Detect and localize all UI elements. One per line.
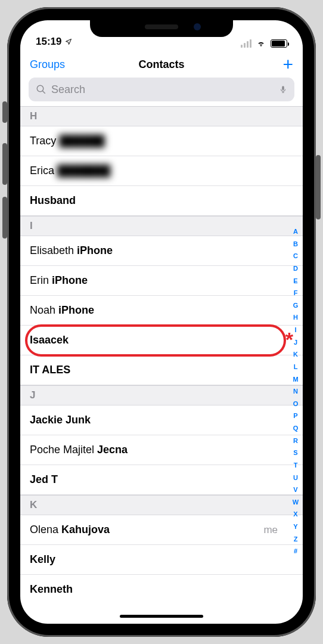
notch: [90, 17, 233, 37]
silence-switch: [2, 101, 7, 123]
contact-row[interactable]: Poche Majitel Jecna: [20, 435, 303, 465]
contact-last-redacted: ███████: [57, 165, 110, 177]
groups-button[interactable]: Groups: [30, 58, 76, 71]
svg-line-1: [42, 91, 45, 94]
index-letter[interactable]: R: [293, 437, 298, 445]
section-header-j: J: [20, 385, 303, 405]
svg-point-0: [37, 85, 44, 92]
volume-up-button: [2, 143, 7, 185]
index-letter[interactable]: S: [293, 449, 297, 457]
index-letter[interactable]: N: [293, 388, 298, 396]
contact-last: iPhone: [58, 304, 94, 316]
index-letter[interactable]: C: [293, 252, 298, 261]
location-arrow-icon: [65, 38, 72, 45]
index-letter[interactable]: Z: [294, 535, 298, 544]
index-letter[interactable]: P: [293, 412, 297, 420]
index-letter[interactable]: A: [293, 228, 298, 236]
search-icon: [36, 84, 46, 95]
device-outer: 15:19 Groups Contacts + Searc: [0, 0, 323, 644]
index-letter[interactable]: G: [293, 302, 299, 310]
page-title: Contacts: [76, 58, 247, 71]
wifi-icon: [256, 39, 266, 48]
contact-row[interactable]: Jed T: [20, 465, 303, 495]
alphabet-index-bar[interactable]: ABCDEFGHIJKLMNOPQRSTUVWXYZ#: [290, 225, 302, 558]
contact-name: Kelly: [30, 553, 55, 565]
battery-icon: [271, 39, 287, 48]
contact-name: Jed T: [30, 473, 58, 485]
section-header-k: K: [20, 495, 303, 515]
contact-first: Poche Majitel: [30, 444, 94, 456]
index-letter[interactable]: K: [293, 351, 298, 359]
status-time: 15:19: [36, 36, 61, 48]
index-letter[interactable]: #: [294, 547, 297, 556]
search-wrap: Search: [20, 78, 303, 106]
index-letter[interactable]: H: [293, 314, 298, 322]
index-letter[interactable]: L: [294, 363, 298, 371]
contact-last: Jecna: [97, 444, 128, 456]
nav-bar: Groups Contacts +: [20, 51, 303, 78]
index-letter[interactable]: U: [293, 474, 298, 482]
svg-rect-2: [282, 86, 284, 90]
contact-row[interactable]: Elisabeth iPhone: [20, 236, 303, 266]
contact-first: Elisabeth: [30, 244, 74, 256]
contact-row[interactable]: Erica ███████: [20, 156, 303, 186]
index-letter[interactable]: V: [293, 486, 297, 494]
contact-last: Kahujova: [61, 524, 110, 535]
contact-first: Tracy: [30, 135, 56, 147]
contact-last: Junk: [66, 414, 91, 426]
contact-first: Jackie: [30, 414, 63, 426]
screen: 15:19 Groups Contacts + Searc: [20, 20, 303, 624]
contact-row[interactable]: Noah iPhone: [20, 296, 303, 326]
contact-first: Olena: [30, 524, 58, 535]
index-letter[interactable]: M: [293, 376, 298, 384]
me-badge: me: [263, 524, 278, 536]
search-input[interactable]: Search: [29, 78, 294, 101]
index-letter[interactable]: Q: [293, 425, 299, 433]
section-header-h: H: [20, 106, 303, 126]
index-letter[interactable]: E: [293, 277, 297, 286]
dictate-icon[interactable]: [279, 83, 287, 95]
contact-name: IT ALES: [30, 364, 70, 376]
cellular-signal-icon: [241, 39, 251, 48]
contact-row[interactable]: Tracy ██████: [20, 126, 303, 156]
contact-row-highlighted[interactable]: Isaacek *: [20, 326, 303, 355]
index-letter[interactable]: J: [294, 339, 297, 347]
contact-row[interactable]: Kenneth: [20, 575, 303, 598]
add-contact-button[interactable]: +: [247, 55, 293, 73]
search-placeholder: Search: [51, 83, 279, 96]
contact-name: Kenneth: [30, 583, 73, 595]
section-header-i: I: [20, 216, 303, 236]
contact-first: Erica: [30, 165, 54, 177]
contacts-list[interactable]: H Tracy ██████ Erica ███████ Husband I E…: [20, 106, 303, 624]
contact-name: Husband: [30, 194, 76, 206]
contact-row[interactable]: IT ALES: [20, 355, 303, 385]
contact-name: Isaacek: [30, 334, 69, 346]
contact-row[interactable]: Kelly: [20, 545, 303, 575]
contact-row[interactable]: Husband: [20, 186, 303, 216]
contact-last-redacted: ██████: [59, 135, 105, 147]
contact-row[interactable]: Olena Kahujova me: [20, 515, 303, 545]
contact-last: iPhone: [52, 274, 88, 286]
contact-row[interactable]: Erin iPhone: [20, 266, 303, 296]
contact-first: Noah: [30, 304, 55, 316]
home-indicator[interactable]: [120, 615, 203, 618]
power-button: [316, 155, 321, 219]
contact-row[interactable]: Jackie Junk: [20, 405, 303, 435]
index-letter[interactable]: W: [293, 499, 299, 507]
index-letter[interactable]: Y: [293, 523, 297, 531]
index-letter[interactable]: D: [293, 265, 298, 273]
contact-first: Erin: [30, 274, 49, 286]
index-letter[interactable]: T: [294, 462, 298, 470]
index-letter[interactable]: I: [294, 326, 296, 335]
volume-down-button: [2, 197, 7, 239]
index-letter[interactable]: X: [293, 510, 297, 519]
index-letter[interactable]: F: [294, 289, 298, 298]
contact-last: iPhone: [77, 244, 113, 256]
index-letter[interactable]: B: [293, 240, 298, 249]
index-letter[interactable]: O: [293, 400, 299, 408]
